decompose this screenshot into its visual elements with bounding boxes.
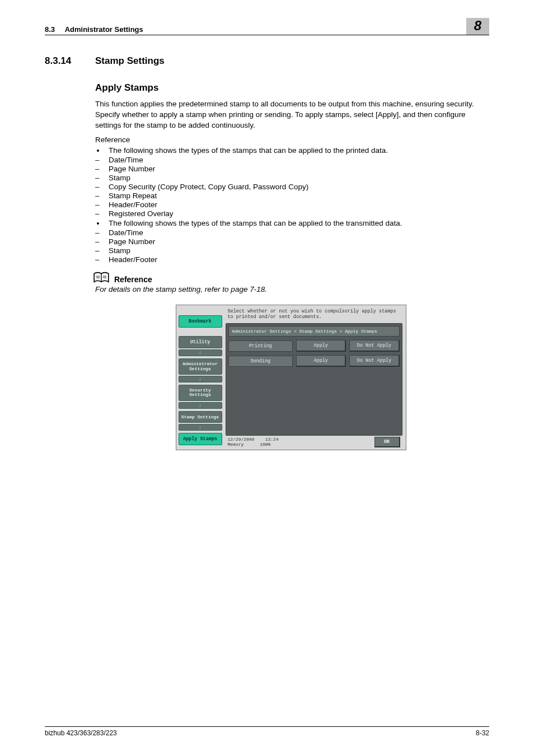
intro-paragraph: This function applies the predetermined … — [95, 99, 486, 131]
footer-page-number: 8-32 — [476, 729, 489, 737]
ok-button[interactable]: OK — [374, 437, 400, 447]
page-header: 8.3 Administrator Settings 8 — [45, 18, 489, 35]
breadcrumb: Administrator Settings > Stamp Settings … — [228, 326, 400, 337]
option-row-sending: Sending Apply Do Not Apply — [228, 355, 400, 367]
list-item: Header/Footer — [95, 200, 486, 209]
list-item: Registered Overlay — [95, 209, 486, 218]
list-item: Page Number — [95, 237, 486, 246]
utility-button[interactable]: Utility — [179, 336, 222, 348]
arrow-down-icon: ↓ — [179, 349, 222, 356]
section-title: Stamp Settings — [95, 55, 165, 67]
list-item: Date/Time — [95, 156, 486, 164]
footer-model: bizhub 423/363/283/223 — [45, 729, 117, 737]
bullet-transmitted-intro: The following shows the types of the sta… — [105, 219, 486, 227]
option-row-printing: Printing Apply Do Not Apply — [228, 340, 400, 352]
list-item: Page Number — [95, 165, 486, 173]
list-item: Header/Footer — [95, 255, 486, 264]
reference-callout: Reference — [93, 272, 486, 284]
subheading-apply-stamps: Apply Stamps — [95, 82, 486, 94]
arrow-down-icon: ↓ — [179, 424, 222, 431]
reference-text: For details on the stamp setting, refer … — [95, 285, 486, 293]
page-footer: bizhub 423/363/283/223 8-32 — [45, 726, 489, 737]
list-item: Stamp Repeat — [95, 192, 486, 200]
security-settings-button[interactable]: Security Settings — [179, 385, 222, 401]
footer-date: 12/29/2009 — [228, 437, 255, 442]
option-label: Printing — [228, 340, 293, 352]
book-icon — [93, 272, 110, 284]
section-number: 8.3.14 — [45, 55, 95, 67]
arrow-down-icon: ↓ — [179, 402, 222, 409]
reference-label: Reference — [95, 136, 486, 144]
administrator-settings-button[interactable]: Administrator Settings — [179, 358, 222, 375]
do-not-apply-button[interactable]: Do Not Apply — [349, 340, 399, 352]
list-item: Stamp — [95, 246, 486, 255]
reference-title: Reference — [114, 275, 152, 284]
bookmark-button[interactable]: Bookmark — [179, 315, 222, 328]
option-label: Sending — [228, 356, 293, 367]
screen-instruction: Select whether or not you wish to compul… — [226, 307, 402, 323]
footer-memory-value: 100% — [260, 442, 270, 447]
list-item: Stamp — [95, 174, 486, 182]
chapter-number-tab: 8 — [466, 18, 489, 35]
footer-memory-label: Memory — [228, 442, 244, 447]
embedded-machine-screenshot: Bookmark Utility ↓ Administrator Setting… — [176, 305, 406, 450]
footer-time: 13:24 — [265, 437, 279, 442]
list-item: Date/Time — [95, 228, 486, 237]
section-heading: 8.3.14 Stamp Settings — [45, 55, 489, 67]
list-item: Copy Security (Copy Protect, Copy Guard,… — [95, 183, 486, 191]
apply-stamps-button[interactable]: Apply Stamps — [179, 433, 222, 445]
do-not-apply-button[interactable]: Do Not Apply — [349, 355, 399, 367]
screen-footer: 12/29/2009 13:24 Memory 100% OK — [226, 436, 402, 447]
stamp-settings-button[interactable]: Stamp Settings — [179, 411, 222, 423]
bullet-printed-intro: The following shows the types of the sta… — [105, 146, 486, 155]
apply-button[interactable]: Apply — [296, 355, 346, 367]
arrow-down-icon: ↓ — [179, 376, 222, 382]
apply-button[interactable]: Apply — [296, 340, 346, 352]
header-section-title: Administrator Settings — [65, 25, 143, 34]
header-section-no: 8.3 — [45, 25, 55, 34]
